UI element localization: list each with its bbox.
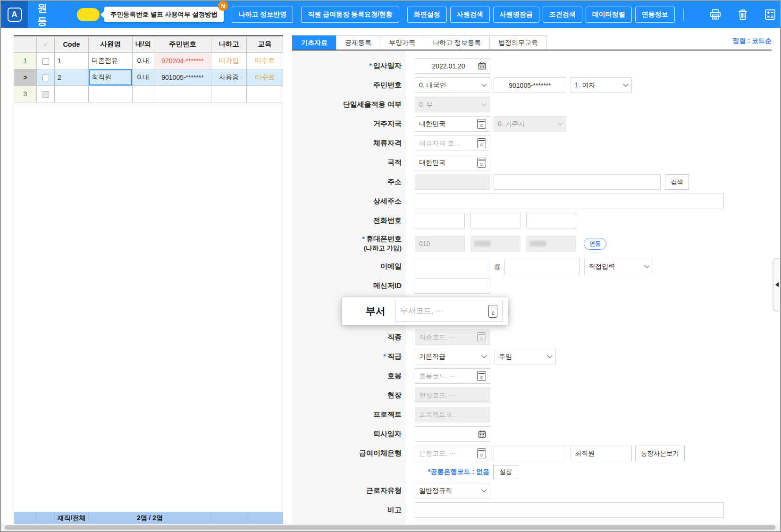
condition-search-button[interactable]: 조건검색 [543, 7, 582, 23]
cell-code[interactable]: 2 [55, 69, 89, 85]
leave-date-input[interactable] [415, 426, 490, 442]
cell-edu[interactable]: 미수료 [247, 52, 283, 69]
account-number-input[interactable] [494, 446, 566, 461]
phone-part1-input[interactable] [415, 213, 465, 228]
cell-rrn[interactable]: 970204-******* [154, 52, 211, 69]
position-select[interactable]: 주임 [495, 349, 556, 364]
employee-name-lock-button[interactable]: 사원명잠금 [493, 7, 539, 23]
employee-search-button[interactable]: 사원검색 [450, 7, 490, 23]
col-nahago[interactable]: 나하고 [211, 36, 247, 52]
cell-name[interactable]: 더존점유 [89, 52, 133, 69]
col-edu[interactable]: 교육 [247, 36, 283, 52]
cell-rrn[interactable]: 901005-******* [154, 69, 211, 85]
tab-dependents[interactable]: 부양가족 [380, 35, 424, 50]
worker-type-select[interactable]: 일반정규직 [415, 483, 490, 498]
delete-icon[interactable] [736, 8, 750, 22]
stay-status-input[interactable]: 체류자격 코… [415, 135, 490, 151]
table-row-selected[interactable]: > 2 최직원 0.내 901005-******* 사용중 미수료 [14, 69, 283, 85]
code-helper-icon[interactable] [477, 138, 486, 148]
nationality-input[interactable]: 대한민국 [415, 155, 490, 170]
cell-code[interactable]: 1 [55, 52, 89, 69]
tab-deduction[interactable]: 공제등록 [336, 35, 380, 50]
cell-nationality[interactable]: 0.내 [133, 69, 154, 85]
col-code[interactable]: Code [55, 36, 89, 52]
horizontal-scrollbar[interactable] [1, 524, 780, 531]
tab-basic-info[interactable]: 기초자료 [292, 35, 336, 50]
table-row-empty[interactable]: 3 [14, 85, 283, 102]
cell-code[interactable] [55, 85, 89, 102]
cell-nationality[interactable]: 0.내 [133, 52, 154, 69]
address-detail-input[interactable] [415, 194, 724, 209]
row-check-cell[interactable] [37, 52, 55, 69]
common-bank-set-button[interactable]: 설정 [493, 465, 518, 479]
code-helper-icon[interactable] [477, 158, 486, 168]
calendar-icon[interactable] [478, 62, 486, 70]
linked-info-button[interactable]: 연동정보 [635, 7, 675, 23]
cell-edu[interactable]: 미수료 [247, 69, 283, 85]
scrollbar-thumb[interactable] [5, 525, 775, 530]
checkbox[interactable] [42, 75, 49, 81]
field-position: *직급 기본직급 주임 [292, 349, 772, 364]
bankbook-copy-button[interactable]: 통장사본보기 [635, 446, 685, 461]
code-helper-icon[interactable] [477, 119, 486, 129]
cell-nahago[interactable]: 미가입 [211, 52, 247, 69]
note-input[interactable] [415, 502, 724, 518]
table-row[interactable]: 1 1 더존점유 0.내 970204-******* 미가입 미수료 [14, 52, 283, 69]
sort-order-label[interactable]: 정렬 : 코드순 [733, 35, 772, 45]
cell-edu[interactable] [247, 85, 283, 102]
address-input[interactable] [494, 174, 661, 190]
nahago-sync-button[interactable]: 나하고 정보반영 [232, 7, 293, 23]
nahago-link-button[interactable]: 연동 [584, 238, 606, 250]
app-menu-button[interactable]: A [1, 1, 28, 28]
calculator-icon[interactable] [763, 8, 777, 22]
employee-table-header: ✓ Code 사원명 내/외 주민번호 나하고 교육 [14, 36, 283, 52]
tab-legal-education[interactable]: 법정의무교육 [489, 35, 547, 50]
salary-step-input[interactable]: 호봉코드, ⋯ [415, 368, 490, 384]
cell-name-focused[interactable]: 최직원 [89, 69, 133, 85]
data-sort-button[interactable]: 데이터정렬 [586, 7, 632, 23]
chevron-down-icon [547, 353, 552, 358]
residence-country-input[interactable]: 대한민국 [415, 116, 490, 132]
email-domain-input[interactable] [504, 259, 580, 274]
help-toggle-button[interactable] [77, 8, 100, 21]
checkbox[interactable] [42, 58, 49, 65]
gender-select[interactable]: 1. 여자 [571, 77, 632, 93]
messenger-id-input[interactable] [415, 278, 490, 294]
panel-collapse-handle[interactable] [773, 258, 780, 311]
department-spotlight-card: 부서 부서코드, ⋯ [342, 297, 508, 325]
position-group-select[interactable]: 기본직급 [415, 349, 490, 364]
col-nationality[interactable]: 내/외 [133, 36, 154, 52]
check-all-icon[interactable]: ✓ [43, 41, 49, 48]
phone-part2-input[interactable] [470, 213, 521, 228]
cell-nahago[interactable] [211, 85, 247, 102]
code-helper-icon[interactable] [477, 371, 486, 381]
col-name[interactable]: 사원명 [89, 36, 133, 52]
notice-tooltip-text[interactable]: 주민등록번호 별표 사용여부 설정방법 [104, 7, 224, 22]
screen-settings-button[interactable]: 화면설정 [407, 7, 447, 23]
cell-nahago[interactable]: 사용중 [211, 69, 247, 85]
email-id-input[interactable] [415, 259, 490, 274]
col-rrn[interactable]: 주민번호 [154, 36, 211, 52]
row-check-cell[interactable] [37, 69, 55, 85]
tab-nahago-info[interactable]: 나하고 정보등록 [424, 35, 490, 50]
col-check[interactable]: ✓ [37, 36, 55, 52]
phone-part3-input[interactable] [526, 213, 576, 228]
calendar-icon[interactable] [478, 430, 486, 438]
code-helper-icon[interactable] [488, 305, 497, 318]
print-icon[interactable] [708, 8, 722, 22]
notice-tooltip[interactable]: 주민등록번호 별표 사용여부 설정방법 N [104, 7, 224, 22]
code-helper-icon[interactable] [477, 448, 486, 458]
payroll-account-request-button[interactable]: 직원 급여통장 등록요청/현황 [301, 7, 399, 23]
department-code-input[interactable]: 부서코드, ⋯ [395, 301, 503, 322]
cell-nationality[interactable] [133, 85, 154, 102]
hire-date-input[interactable]: 2022.01.20 [415, 58, 490, 74]
rrn-number-input[interactable]: 901005-******* [494, 77, 566, 93]
account-holder-input[interactable]: 최직원 [571, 446, 632, 461]
mobile-part2-input [470, 236, 521, 252]
cell-rrn[interactable] [154, 85, 211, 102]
bank-code-input[interactable]: 은행코드, ⋯ [415, 446, 490, 461]
address-search-button[interactable]: 검색 [665, 174, 689, 190]
rrn-type-select[interactable]: 0. 내국인 [415, 77, 490, 93]
email-domain-select[interactable]: 직접입력 [584, 259, 653, 274]
cell-name[interactable] [89, 85, 133, 102]
